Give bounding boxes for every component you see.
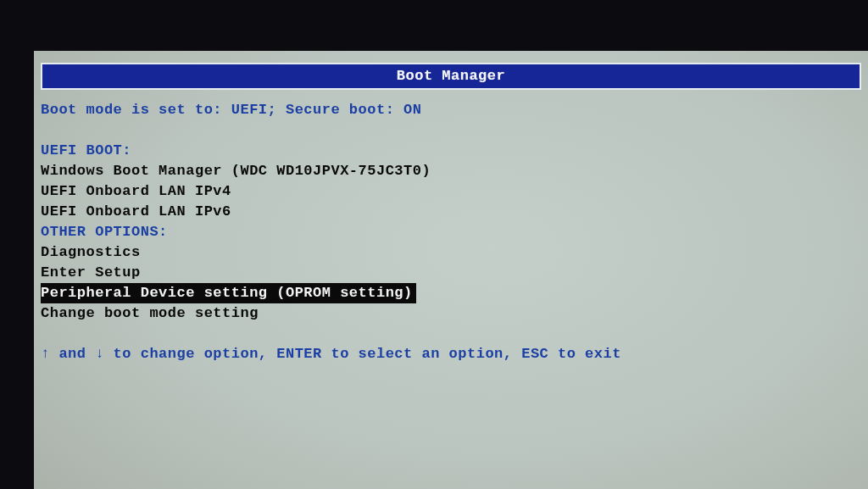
blank-line-2 bbox=[41, 324, 861, 344]
bios-screen: Boot Manager Boot mode is set to: UEFI; … bbox=[34, 51, 868, 489]
content-area: Boot mode is set to: UEFI; Secure boot: … bbox=[34, 90, 868, 364]
option-change-boot-mode[interactable]: Change boot mode setting bbox=[41, 303, 861, 324]
instructions-line: ↑ and ↓ to change option, ENTER to selec… bbox=[41, 344, 861, 364]
boot-item-uefi-lan-ipv4[interactable]: UEFI Onboard LAN IPv4 bbox=[41, 181, 861, 202]
monitor-bezel: Boot Manager Boot mode is set to: UEFI; … bbox=[0, 0, 868, 489]
boot-item-windows-boot-manager[interactable]: Windows Boot Manager (WDC WD10JPVX-75JC3… bbox=[41, 161, 861, 181]
blank-line bbox=[41, 120, 861, 141]
other-options-heading: OTHER OPTIONS: bbox=[41, 222, 861, 242]
uefi-boot-heading: UEFI BOOT: bbox=[41, 141, 861, 161]
title-text: Boot Manager bbox=[397, 66, 505, 86]
option-diagnostics[interactable]: Diagnostics bbox=[41, 242, 861, 263]
option-enter-setup[interactable]: Enter Setup bbox=[41, 263, 861, 283]
title-bar: Boot Manager bbox=[41, 63, 861, 90]
boot-item-uefi-lan-ipv6[interactable]: UEFI Onboard LAN IPv6 bbox=[41, 202, 861, 222]
option-peripheral-device-setting[interactable]: Peripheral Device setting (OPROM setting… bbox=[41, 283, 861, 303]
status-line: Boot mode is set to: UEFI; Secure boot: … bbox=[41, 100, 861, 120]
selected-option[interactable]: Peripheral Device setting (OPROM setting… bbox=[41, 283, 416, 303]
